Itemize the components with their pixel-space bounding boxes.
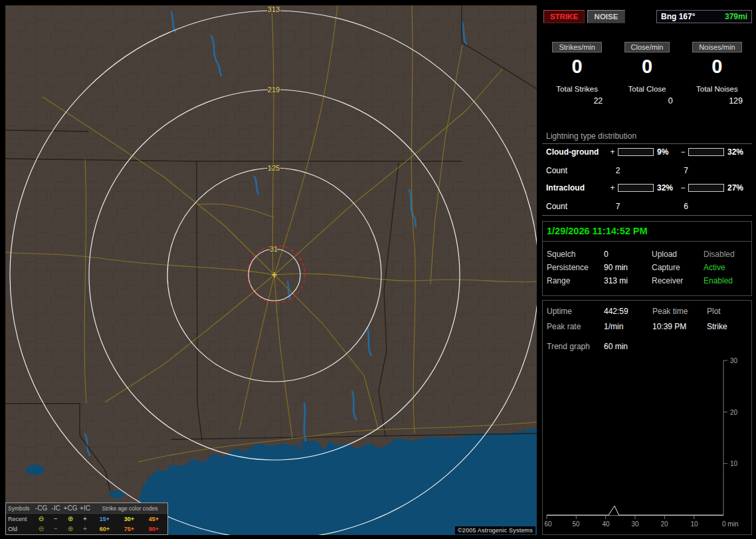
plot-label: Plot <box>707 307 721 316</box>
receiver-label: Receiver <box>652 276 683 285</box>
range-ring-label: 313 <box>268 5 280 13</box>
bearing-display: Bng 167° 379mi <box>656 10 752 23</box>
legend-age: 90+ <box>142 526 166 532</box>
cg-positive-count: 2 <box>616 166 684 175</box>
legend-col-header: +IC <box>78 505 92 512</box>
total-noises-value: 129 <box>682 96 752 106</box>
legend-age: 75+ <box>117 526 142 532</box>
pos-ic-icon: + <box>78 516 92 522</box>
trend-tick-labels: 30 20 10 60 50 40 30 20 10 0 min <box>544 357 738 528</box>
status-row: Uptime 442:59 Peak time Plot <box>543 307 751 317</box>
neg-ic-icon: − <box>48 526 63 532</box>
uptime-value: 442:59 <box>604 307 628 316</box>
capture-status: Active <box>704 263 725 272</box>
close-counter-column: Close/min 0 Total Close 0 <box>612 42 682 106</box>
legend-header-row: Symbols -CG -IC +CG +IC Strike age color… <box>6 503 167 514</box>
ic-negative-pct: 27% <box>724 183 748 193</box>
neg-cg-icon: ⊖ <box>34 516 48 522</box>
settings-row: Squelch 0 Upload Disabled <box>543 250 751 260</box>
legend-age-header: Strike age color codes <box>92 505 167 512</box>
pos-cg-icon: ⊕ <box>63 516 78 522</box>
distribution-title: Lightning type distribution <box>546 131 636 141</box>
upload-label: Upload <box>652 250 677 259</box>
ic-positive-bar <box>618 184 654 192</box>
persistence-label: Persistence <box>547 263 589 272</box>
cg-negative-pct: 32% <box>724 147 748 157</box>
legend-col-header: -IC <box>48 505 63 512</box>
radar-map[interactable]: 313 219 125 31 Symbols -CG -IC +CG +IC S… <box>5 5 537 535</box>
settings-row: Range 313 mi Receiver Enabled <box>543 276 751 287</box>
x-tick-label: 30 <box>631 520 639 528</box>
counters: Strikes/min 0 Total Strikes 22 Close/min… <box>542 42 752 106</box>
range-ring-label: 219 <box>268 86 280 94</box>
legend-symbols-header: Symbols <box>6 505 34 512</box>
noises-per-min-button[interactable]: Noises/min <box>692 42 741 52</box>
total-noises-label: Total Noises <box>682 85 752 93</box>
x-tick-label: 20 <box>660 520 668 528</box>
x-tick-label: 0 min <box>722 520 738 528</box>
peak-rate-label: Peak rate <box>547 322 581 331</box>
legend-age: 15+ <box>92 516 117 522</box>
status-panel: STRIKE NOISE Bng 167° 379mi Strikes/min … <box>542 5 752 535</box>
capture-label: Capture <box>652 263 680 272</box>
uptime-label: Uptime <box>547 307 572 316</box>
trend-graph-value: 60 min <box>604 342 628 351</box>
map-canvas[interactable]: 313 219 125 31 <box>5 5 537 535</box>
strikes-per-min-button[interactable]: Strikes/min <box>552 42 601 52</box>
trend-line <box>547 506 723 515</box>
strikes-per-min-value: 0 <box>542 56 612 77</box>
datetime-display: 1/29/2026 11:14:52 PM <box>543 222 751 242</box>
noises-counter-column: Noises/min 0 Total Noises 129 <box>682 42 752 106</box>
divider <box>542 143 752 144</box>
settings-section: 1/29/2026 11:14:52 PM Squelch 0 Upload D… <box>542 221 752 296</box>
legend-old-row: Old ⊖ − ⊕ + 60+ 75+ 90+ <box>6 524 167 534</box>
total-strikes-label: Total Strikes <box>542 85 612 93</box>
copyright-text: ©2005 Astrogenic Systems <box>455 526 535 534</box>
y-tick-label: 20 <box>730 409 738 416</box>
x-tick-label: 10 <box>690 520 698 528</box>
noises-per-min-value: 0 <box>682 56 752 77</box>
minus-sign: − <box>678 183 688 193</box>
noise-button[interactable]: NOISE <box>587 10 625 23</box>
legend-row-label: Old <box>6 526 34 532</box>
peak-time-value: 10:39 PM <box>652 322 686 331</box>
neg-ic-icon: − <box>48 516 63 522</box>
trend-graph: 30 20 10 60 50 40 30 20 10 0 min <box>543 356 753 534</box>
cloud-ground-row: Cloud-ground + 9% − 32% <box>542 147 752 157</box>
x-tick-label: 40 <box>602 520 610 528</box>
receiver-status: Enabled <box>704 276 733 285</box>
range-value: 313 mi <box>604 276 628 285</box>
y-tick-label: 30 <box>730 357 738 364</box>
cloud-ground-count-row: Count 2 7 <box>542 166 752 175</box>
range-ring-label: 125 <box>268 164 280 172</box>
cloud-ground-label: Cloud-ground <box>546 147 607 157</box>
x-tick-label: 50 <box>572 520 580 528</box>
total-close-label: Total Close <box>612 85 682 93</box>
close-per-min-button[interactable]: Close/min <box>624 42 670 52</box>
peak-time-label: Peak time <box>652 307 688 316</box>
bearing-distance: 379mi <box>725 12 747 21</box>
range-label: Range <box>547 276 570 285</box>
cg-negative-count: 7 <box>684 166 752 175</box>
plus-sign: + <box>607 183 618 193</box>
ic-negative-bar <box>688 184 724 192</box>
pos-ic-icon: + <box>78 526 92 532</box>
upload-status: Disabled <box>704 250 735 259</box>
cg-positive-bar <box>618 148 654 156</box>
legend-col-header: +CG <box>63 505 78 512</box>
strike-button[interactable]: STRIKE <box>543 10 585 23</box>
legend-age: 45+ <box>142 516 166 522</box>
count-label: Count <box>546 202 616 211</box>
status-row: Trend graph 60 min <box>543 342 751 352</box>
squelch-label: Squelch <box>547 250 575 259</box>
pos-cg-icon: ⊕ <box>63 526 78 532</box>
plot-value: Strike <box>707 322 727 331</box>
intracloud-label: Intracloud <box>546 183 607 193</box>
status-row: Peak rate 1/min 10:39 PM Strike <box>543 322 751 333</box>
minus-sign: − <box>678 147 688 157</box>
legend-age: 60+ <box>92 526 117 532</box>
strikes-counter-column: Strikes/min 0 Total Strikes 22 <box>542 42 612 106</box>
x-tick-label: 60 <box>544 520 552 528</box>
plus-sign: + <box>607 147 618 157</box>
cg-positive-pct: 9% <box>654 147 678 157</box>
